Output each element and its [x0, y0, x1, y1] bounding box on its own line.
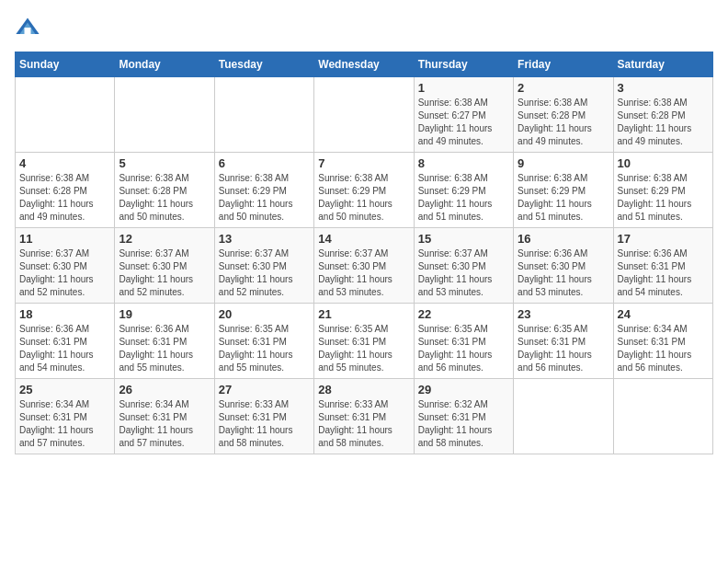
day-number: 14 [318, 232, 409, 246]
day-cell: 12Sunrise: 6:37 AMSunset: 6:30 PMDayligh… [115, 228, 214, 304]
day-info: Sunrise: 6:38 AMSunset: 6:29 PMDaylight:… [518, 172, 609, 224]
day-cell: 1Sunrise: 6:38 AMSunset: 6:27 PMDaylight… [414, 77, 513, 153]
day-info: Sunrise: 6:38 AMSunset: 6:28 PMDaylight:… [119, 172, 210, 224]
day-number: 18 [19, 307, 110, 321]
day-info: Sunrise: 6:37 AMSunset: 6:30 PMDaylight:… [418, 247, 509, 299]
day-info: Sunrise: 6:38 AMSunset: 6:29 PMDaylight:… [219, 172, 310, 224]
day-info: Sunrise: 6:38 AMSunset: 6:29 PMDaylight:… [618, 172, 709, 224]
day-cell: 9Sunrise: 6:38 AMSunset: 6:29 PMDaylight… [514, 153, 613, 228]
day-cell: 17Sunrise: 6:36 AMSunset: 6:31 PMDayligh… [613, 228, 712, 304]
day-info: Sunrise: 6:38 AMSunset: 6:27 PMDaylight:… [418, 97, 509, 148]
day-info: Sunrise: 6:38 AMSunset: 6:28 PMDaylight:… [19, 172, 110, 224]
col-header-saturday: Saturday [613, 52, 712, 77]
day-cell: 23Sunrise: 6:35 AMSunset: 6:31 PMDayligh… [514, 304, 613, 379]
day-cell: 6Sunrise: 6:38 AMSunset: 6:29 PMDaylight… [214, 153, 313, 228]
day-info: Sunrise: 6:36 AMSunset: 6:30 PMDaylight:… [518, 247, 609, 299]
day-number: 21 [318, 307, 409, 321]
day-cell: 19Sunrise: 6:36 AMSunset: 6:31 PMDayligh… [115, 304, 214, 379]
day-info: Sunrise: 6:38 AMSunset: 6:29 PMDaylight:… [318, 172, 409, 224]
day-info: Sunrise: 6:37 AMSunset: 6:30 PMDaylight:… [119, 247, 210, 299]
day-info: Sunrise: 6:33 AMSunset: 6:31 PMDaylight:… [318, 398, 409, 450]
day-info: Sunrise: 6:34 AMSunset: 6:31 PMDaylight:… [618, 323, 709, 374]
day-number: 16 [518, 232, 609, 246]
day-number: 3 [618, 81, 709, 95]
day-number: 26 [119, 383, 210, 396]
day-info: Sunrise: 6:32 AMSunset: 6:31 PMDaylight:… [418, 398, 509, 450]
day-info: Sunrise: 6:35 AMSunset: 6:31 PMDaylight:… [219, 323, 310, 374]
day-cell [115, 77, 214, 153]
col-header-thursday: Thursday [414, 52, 513, 77]
day-info: Sunrise: 6:37 AMSunset: 6:30 PMDaylight:… [318, 247, 409, 299]
day-cell: 26Sunrise: 6:34 AMSunset: 6:31 PMDayligh… [115, 379, 214, 454]
day-cell: 16Sunrise: 6:36 AMSunset: 6:30 PMDayligh… [514, 228, 613, 304]
day-cell: 2Sunrise: 6:38 AMSunset: 6:28 PMDaylight… [514, 77, 613, 153]
col-header-sunday: Sunday [16, 52, 115, 77]
day-cell: 8Sunrise: 6:38 AMSunset: 6:29 PMDaylight… [414, 153, 513, 228]
day-cell [514, 379, 613, 454]
day-cell [314, 77, 414, 153]
day-cell [613, 379, 712, 454]
day-cell: 28Sunrise: 6:33 AMSunset: 6:31 PMDayligh… [314, 379, 414, 454]
col-header-monday: Monday [115, 52, 214, 77]
day-info: Sunrise: 6:35 AMSunset: 6:31 PMDaylight:… [418, 323, 509, 374]
day-number: 20 [219, 307, 310, 321]
day-number: 4 [19, 156, 110, 170]
day-number: 10 [618, 156, 709, 170]
week-row-5: 25Sunrise: 6:34 AMSunset: 6:31 PMDayligh… [16, 379, 713, 454]
day-info: Sunrise: 6:36 AMSunset: 6:31 PMDaylight:… [618, 247, 709, 299]
day-info: Sunrise: 6:35 AMSunset: 6:31 PMDaylight:… [518, 323, 609, 374]
day-cell: 18Sunrise: 6:36 AMSunset: 6:31 PMDayligh… [16, 304, 115, 379]
day-number: 1 [418, 81, 509, 95]
day-info: Sunrise: 6:36 AMSunset: 6:31 PMDaylight:… [119, 323, 210, 374]
logo [15, 15, 44, 40]
day-info: Sunrise: 6:38 AMSunset: 6:28 PMDaylight:… [618, 97, 709, 148]
day-number: 7 [318, 156, 409, 170]
day-cell: 29Sunrise: 6:32 AMSunset: 6:31 PMDayligh… [414, 379, 513, 454]
day-number: 6 [219, 156, 310, 170]
day-cell: 4Sunrise: 6:38 AMSunset: 6:28 PMDaylight… [16, 153, 115, 228]
day-number: 12 [119, 232, 210, 246]
day-cell: 11Sunrise: 6:37 AMSunset: 6:30 PMDayligh… [16, 228, 115, 304]
week-row-3: 11Sunrise: 6:37 AMSunset: 6:30 PMDayligh… [16, 228, 713, 304]
day-cell: 25Sunrise: 6:34 AMSunset: 6:31 PMDayligh… [16, 379, 115, 454]
day-cell: 14Sunrise: 6:37 AMSunset: 6:30 PMDayligh… [314, 228, 414, 304]
day-cell: 20Sunrise: 6:35 AMSunset: 6:31 PMDayligh… [214, 304, 313, 379]
day-info: Sunrise: 6:38 AMSunset: 6:29 PMDaylight:… [418, 172, 509, 224]
day-info: Sunrise: 6:36 AMSunset: 6:31 PMDaylight:… [19, 323, 110, 374]
day-number: 13 [219, 232, 310, 246]
calendar-table: SundayMondayTuesdayWednesdayThursdayFrid… [15, 52, 713, 454]
day-cell: 7Sunrise: 6:38 AMSunset: 6:29 PMDaylight… [314, 153, 414, 228]
day-info: Sunrise: 6:37 AMSunset: 6:30 PMDaylight:… [19, 247, 110, 299]
day-info: Sunrise: 6:38 AMSunset: 6:28 PMDaylight:… [518, 97, 609, 148]
day-cell: 27Sunrise: 6:33 AMSunset: 6:31 PMDayligh… [214, 379, 313, 454]
day-number: 24 [618, 307, 709, 321]
day-number: 17 [618, 232, 709, 246]
day-cell: 13Sunrise: 6:37 AMSunset: 6:30 PMDayligh… [214, 228, 313, 304]
day-number: 19 [119, 307, 210, 321]
week-row-4: 18Sunrise: 6:36 AMSunset: 6:31 PMDayligh… [16, 304, 713, 379]
day-number: 27 [219, 383, 310, 396]
day-cell: 10Sunrise: 6:38 AMSunset: 6:29 PMDayligh… [613, 153, 712, 228]
day-info: Sunrise: 6:33 AMSunset: 6:31 PMDaylight:… [219, 398, 310, 450]
day-number: 8 [418, 156, 509, 170]
day-cell: 15Sunrise: 6:37 AMSunset: 6:30 PMDayligh… [414, 228, 513, 304]
day-info: Sunrise: 6:37 AMSunset: 6:30 PMDaylight:… [219, 247, 310, 299]
svg-rect-2 [25, 28, 31, 34]
day-info: Sunrise: 6:34 AMSunset: 6:31 PMDaylight:… [119, 398, 210, 450]
calendar-header-row: SundayMondayTuesdayWednesdayThursdayFrid… [16, 52, 713, 77]
day-number: 25 [19, 383, 110, 396]
day-cell [214, 77, 313, 153]
day-number: 29 [418, 383, 509, 396]
day-number: 5 [119, 156, 210, 170]
day-cell: 5Sunrise: 6:38 AMSunset: 6:28 PMDaylight… [115, 153, 214, 228]
week-row-2: 4Sunrise: 6:38 AMSunset: 6:28 PMDaylight… [16, 153, 713, 228]
col-header-wednesday: Wednesday [314, 52, 414, 77]
day-number: 9 [518, 156, 609, 170]
day-number: 28 [318, 383, 409, 396]
col-header-friday: Friday [514, 52, 613, 77]
day-number: 15 [418, 232, 509, 246]
day-info: Sunrise: 6:34 AMSunset: 6:31 PMDaylight:… [19, 398, 110, 450]
day-number: 22 [418, 307, 509, 321]
day-cell: 24Sunrise: 6:34 AMSunset: 6:31 PMDayligh… [613, 304, 712, 379]
day-number: 23 [518, 307, 609, 321]
